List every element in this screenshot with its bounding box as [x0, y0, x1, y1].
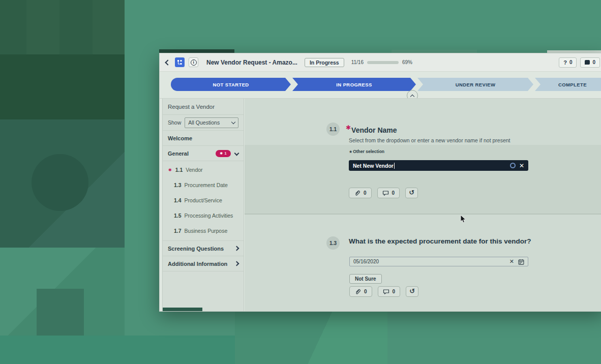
required-asterisk-icon: ✱ — [168, 168, 172, 172]
stage-not-started[interactable]: NOT STARTED — [171, 78, 291, 91]
attachments-button[interactable]: 0 — [349, 286, 372, 297]
help-button[interactable]: ? 0 — [559, 57, 577, 68]
comment-icon — [382, 190, 389, 196]
question-number-badge: 1.1 — [326, 123, 340, 136]
bg-strip-dark — [159, 49, 234, 53]
bg-low-square — [37, 289, 84, 336]
show-selected-value: All Questions — [188, 119, 220, 126]
question-number-badge: 1.3 — [326, 236, 340, 250]
stage-complete[interactable]: COMPLETE — [535, 78, 601, 91]
back-button[interactable] — [166, 60, 170, 65]
show-questions-select[interactable]: All Questions — [185, 117, 238, 128]
comment-icon — [383, 289, 389, 295]
clear-input-icon[interactable]: ✕ — [519, 163, 524, 169]
progress-bar — [367, 61, 399, 64]
stage-under-review[interactable]: UNDER REVIEW — [417, 78, 533, 91]
question-divider — [245, 214, 601, 215]
question-title: ✱Vendor Name — [349, 124, 397, 134]
chevron-right-icon — [234, 261, 239, 266]
required-asterisk-icon: ✱ — [346, 124, 351, 131]
general-question-list: ✱ 1.1 Vendor 1.3 Procurement Date 1.4 Pr… — [163, 161, 244, 241]
comments-button[interactable]: 0 — [580, 57, 600, 68]
info-button[interactable]: i — [189, 57, 198, 67]
question-title: What is the expected procurement date fo… — [349, 237, 531, 245]
chevron-down-icon — [231, 119, 235, 124]
procurement-date-input[interactable]: 05/16/2020 ✕ — [349, 257, 528, 266]
sidebar-item-1-7-business-purpose[interactable]: 1.7 Business Purpose — [163, 223, 244, 238]
tree-icon — [177, 59, 183, 65]
sidebar-item-screening-questions[interactable]: Screening Questions — [163, 241, 244, 256]
question-description: Select from the dropdown or enter a new … — [349, 137, 510, 143]
history-icon: ↺ — [409, 288, 415, 294]
history-button[interactable]: ↺ — [406, 286, 418, 297]
toolbar-right-actions: ? 0 0 — [559, 57, 600, 68]
chevron-left-icon — [165, 59, 170, 65]
chevron-down-icon — [234, 151, 239, 156]
clear-date-icon[interactable]: ✕ — [509, 259, 514, 264]
stage-in-progress[interactable]: IN PROGRESS — [292, 78, 416, 91]
not-sure-button[interactable]: Not Sure — [349, 274, 382, 284]
info-icon: i — [191, 59, 197, 66]
history-icon: ↺ — [409, 189, 414, 196]
required-count-badge: ✱ 1 — [216, 150, 231, 157]
chevron-right-icon — [234, 246, 239, 251]
sidebar-item-general[interactable]: General ✱ 1 — [163, 146, 244, 161]
active-question-highlight — [245, 145, 601, 214]
sidebar-header: Request a Vendor — [163, 99, 244, 115]
progress-count: 11/16 — [351, 59, 364, 65]
sidebar-clipped-element — [163, 308, 202, 311]
attachments-button[interactable]: 0 — [349, 188, 372, 198]
comments-button[interactable]: 0 — [377, 188, 400, 198]
vendor-name-value: Net New Vendor — [353, 163, 394, 169]
bg-bottom-diagonal — [235, 312, 387, 364]
request-title: New Vendor Request - Amazo... — [206, 59, 297, 66]
sidebar-item-welcome[interactable]: Welcome — [163, 131, 244, 146]
paperclip-icon — [354, 190, 360, 196]
question-actions: 0 0 ↺ — [349, 286, 418, 297]
show-filter-row: Show All Questions — [163, 115, 244, 131]
calendar-icon[interactable] — [518, 259, 524, 265]
question-actions: 0 0 ↺ — [349, 188, 418, 198]
question-mark-icon: ? — [563, 59, 567, 66]
stage-progress-bar: NOT STARTED IN PROGRESS UNDER REVIEW COM… — [171, 78, 601, 91]
status-badge: In Progress — [305, 58, 344, 67]
vendor-name-input[interactable]: Net New Vendor ✕ — [349, 160, 528, 171]
bg-dark-band — [0, 54, 125, 119]
asterisk-icon: ✱ — [220, 151, 223, 156]
outline-tree-button[interactable] — [175, 57, 185, 67]
sidebar-item-1-1-vendor[interactable]: ✱ 1.1 Vendor — [163, 162, 244, 177]
comment-icon — [585, 60, 590, 65]
other-selection-label: ★Other selection — [349, 149, 384, 154]
date-value: 05/16/2020 — [353, 259, 379, 264]
bg-bottom-band — [0, 336, 235, 364]
sidebar-item-additional-information[interactable]: Additional Information — [163, 256, 244, 271]
bg-circle — [32, 154, 88, 211]
sidebar-item-1-4-product-service[interactable]: 1.4 Product/Service — [163, 193, 244, 208]
window-body: Request a Vendor Show All Questions Welc… — [160, 98, 601, 311]
help-count: 0 — [569, 59, 573, 65]
comments-count: 0 — [592, 59, 595, 65]
show-label: Show — [168, 119, 181, 126]
sidebar-item-1-5-processing-activities[interactable]: 1.5 Processing Activities — [163, 208, 244, 223]
progress-percent: 69% — [402, 59, 412, 65]
mouse-cursor — [460, 215, 466, 226]
app-window: i New Vendor Request - Amazo... In Progr… — [159, 53, 601, 312]
spinner-icon — [510, 163, 516, 168]
bg-striped-block — [0, 0, 125, 54]
question-panel: 1.1 ✱Vendor Name Select from the dropdow… — [245, 99, 601, 311]
paperclip-icon — [354, 288, 361, 295]
star-icon: ★ — [349, 149, 352, 154]
sidebar: Request a Vendor Show All Questions Welc… — [162, 99, 244, 311]
sidebar-item-1-3-procurement-date[interactable]: 1.3 Procurement Date — [163, 177, 244, 193]
toolbar: i New Vendor Request - Amazo... In Progr… — [160, 53, 601, 72]
desktop-background: i New Vendor Request - Amazo... In Progr… — [0, 0, 601, 364]
history-button[interactable]: ↺ — [405, 188, 418, 198]
text-caret — [394, 163, 395, 169]
comments-button[interactable]: 0 — [378, 286, 401, 297]
